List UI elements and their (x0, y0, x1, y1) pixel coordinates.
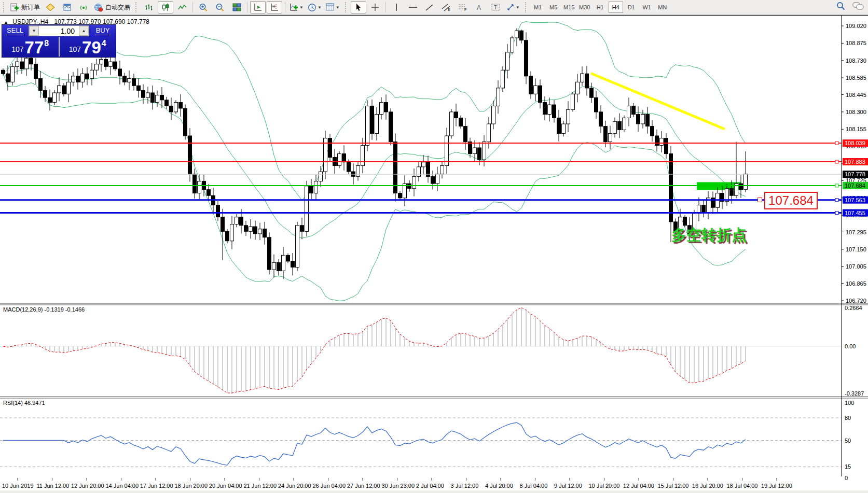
volume-decrease-button[interactable]: ▼ (29, 26, 39, 36)
buy-price[interactable]: 107 79 4 (60, 37, 116, 57)
svg-text:80: 80 (845, 415, 851, 421)
terminal-window-button[interactable] (59, 1, 75, 13)
metaeditor-button[interactable] (43, 1, 58, 13)
toolbar-grip (135, 2, 139, 12)
svg-text:108.300: 108.300 (846, 109, 866, 115)
timeframe-m30-button[interactable]: M30 (577, 2, 592, 13)
timeframe-h4-button[interactable]: H4 (609, 2, 623, 13)
candlestick-chart-icon (161, 3, 170, 11)
svg-text:2 Jul 04:00: 2 Jul 04:00 (416, 483, 444, 489)
auto-scroll-button[interactable] (250, 1, 266, 13)
sell-price-sup: 8 (44, 39, 49, 48)
svg-text:106.720: 106.720 (846, 298, 866, 304)
svg-text:109.020: 109.020 (846, 23, 866, 29)
svg-text:10 Jun 2019: 10 Jun 2019 (2, 483, 34, 489)
timeframe-d1-button[interactable]: D1 (624, 2, 639, 13)
cursor-tool-button[interactable] (351, 1, 366, 13)
autotrading-label: 自动交易 (105, 3, 130, 12)
svg-text:15: 15 (845, 463, 851, 470)
svg-text:E: E (448, 8, 450, 11)
tile-windows-button[interactable] (229, 1, 244, 13)
line-chart-button[interactable] (174, 1, 190, 13)
svg-text:9 Jul 12:00: 9 Jul 12:00 (554, 483, 582, 489)
templates-caret-icon: ▼ (336, 5, 340, 10)
text-label-tool-button[interactable]: T (488, 1, 504, 13)
buy-label: BUY (95, 26, 111, 35)
vertical-line-icon (393, 3, 399, 11)
bar-chart-button[interactable] (141, 1, 157, 13)
arrows-icon (506, 3, 515, 11)
autotrading-button[interactable]: 自动交易 (92, 1, 132, 13)
indicators-caret-icon: ▼ (299, 5, 304, 10)
chart-canvas[interactable]: 109.020108.875108.730108.585108.445108.3… (0, 16, 868, 493)
signals-button[interactable] (76, 1, 91, 13)
horizontal-line-tool-button[interactable] (405, 1, 421, 13)
svg-text:A: A (477, 4, 481, 11)
svg-text:108.445: 108.445 (846, 92, 866, 98)
fibonacci-tool-button[interactable]: F (455, 1, 471, 13)
chart-shift-button[interactable] (267, 1, 282, 13)
periods-caret-icon: ▼ (318, 5, 322, 10)
volume-increase-button[interactable]: ▲ (79, 26, 89, 36)
vertical-line-tool-button[interactable] (389, 1, 404, 13)
channel-tool-button[interactable]: E (438, 1, 454, 13)
crosshair-tool-button[interactable] (367, 1, 383, 13)
one-click-trade-panel: SELL ▼ 1.00 ▲ BUY 107 77 8 107 79 4 (2, 24, 116, 58)
zoom-in-button[interactable] (196, 1, 211, 13)
autotrading-icon (94, 3, 103, 12)
sell-price-prefix: 107 (11, 45, 23, 53)
svg-text:17 Jun 12:00: 17 Jun 12:00 (140, 483, 173, 489)
timeframe-w1-button[interactable]: W1 (640, 2, 654, 13)
text-icon: A (476, 4, 483, 11)
sell-button[interactable]: SELL (2, 25, 28, 37)
svg-text:24 Jun 20:00: 24 Jun 20:00 (278, 483, 311, 489)
periods-button[interactable]: ▼ (306, 1, 323, 13)
svg-text:10 Jul 20:00: 10 Jul 20:00 (589, 483, 620, 489)
svg-text:RSI(14) 46.9471: RSI(14) 46.9471 (3, 400, 45, 406)
price-label-anchor (757, 198, 762, 202)
buy-price-prefix: 107 (69, 45, 81, 53)
zoom-out-button[interactable] (212, 1, 228, 13)
buy-button[interactable]: BUY (90, 25, 116, 37)
sell-price[interactable]: 107 77 8 (2, 37, 60, 57)
text-tool-button[interactable]: A (472, 1, 487, 13)
svg-text:108.039: 108.039 (845, 140, 865, 146)
svg-text:18 Jun 20:00: 18 Jun 20:00 (175, 483, 208, 489)
svg-text:107.005: 107.005 (846, 263, 866, 270)
svg-text:26 Jun 04:00: 26 Jun 04:00 (313, 483, 346, 489)
search-icon[interactable] (836, 2, 845, 10)
svg-text:8 Jul 04:00: 8 Jul 04:00 (520, 483, 548, 489)
timeframe-m15-button[interactable]: M15 (562, 2, 576, 13)
svg-text:MACD(12,26,9) -0.1319 -0.1466: MACD(12,26,9) -0.1319 -0.1466 (3, 306, 85, 313)
svg-text:14 Jun 04:00: 14 Jun 04:00 (106, 483, 139, 489)
main-toolbar: 新订单 自动交易 (0, 0, 868, 15)
bar-chart-icon (145, 4, 153, 11)
templates-button[interactable]: ▼ (324, 1, 341, 13)
sell-label: SELL (6, 26, 24, 35)
svg-text:108.585: 108.585 (846, 75, 866, 81)
svg-text:4 Jul 20:00: 4 Jul 20:00 (485, 483, 513, 489)
arrows-tool-button[interactable]: ▼ (505, 1, 521, 13)
timeframe-h1-button[interactable]: H1 (593, 2, 608, 13)
svg-text:107.563: 107.563 (845, 197, 865, 203)
zoom-in-icon (199, 3, 208, 12)
svg-text:106.865: 106.865 (846, 280, 866, 287)
svg-text:3 Jul 12:00: 3 Jul 12:00 (451, 483, 479, 489)
timeframe-mn-button[interactable]: MN (655, 2, 670, 13)
trendline-tool-button[interactable] (422, 1, 437, 13)
volume-input[interactable]: 1.00 (39, 26, 79, 36)
toolbar-grip (3, 2, 6, 12)
new-order-button[interactable]: 新订单 (9, 1, 42, 13)
svg-text:12 Jul 04:00: 12 Jul 04:00 (623, 483, 654, 489)
timeframe-m1-button[interactable]: M1 (531, 2, 545, 13)
fibonacci-icon: F (458, 3, 467, 11)
timeframe-m5-button[interactable]: M5 (546, 2, 561, 13)
indicators-button[interactable]: ▼ (288, 1, 305, 13)
tile-windows-icon (232, 3, 241, 11)
svg-text:0.00: 0.00 (845, 343, 856, 349)
chat-icon[interactable] (852, 2, 864, 10)
indicators-icon (290, 3, 298, 11)
sell-price-big: 77 (25, 40, 44, 55)
svg-text:18 Jul 04:00: 18 Jul 04:00 (727, 483, 758, 489)
candlestick-chart-button[interactable] (158, 1, 173, 13)
